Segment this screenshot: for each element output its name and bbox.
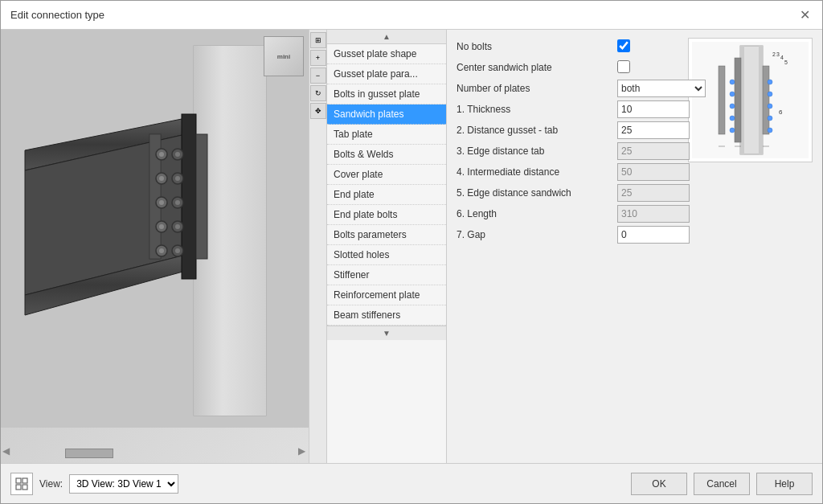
scroll-left-button[interactable]: ◀	[2, 445, 10, 457]
preview-diagram: 2 3 4 5 6	[692, 42, 809, 158]
svg-rect-33	[759, 46, 763, 154]
nav-item-stiffener[interactable]: Stiffener	[327, 265, 446, 285]
ok-button[interactable]: OK	[631, 473, 687, 495]
label-edge-distance-sandwich: 5. Edge distance sandwich	[457, 187, 617, 199]
navigation-panel: ▲ Gusset plate shapeGusset plate para...…	[326, 30, 447, 463]
nav-item-end-plate-bolts[interactable]: End plate bolts	[327, 205, 446, 225]
nav-item-beam-stiffeners[interactable]: Beam stiffeners	[327, 305, 446, 326]
label-length: 6. Length	[457, 208, 617, 219]
form-row-edge-distance-tab: 3. Edge distance tab	[457, 142, 674, 160]
svg-point-50	[768, 80, 772, 84]
nav-item-bolts-parameters[interactable]: Bolts parameters	[327, 225, 446, 245]
3d-viewport[interactable]: mini ⊞ + − ↻ ✥ ◀ ▶	[1, 30, 326, 463]
svg-point-47	[730, 104, 735, 109]
nav-item-end-plate[interactable]: End plate	[327, 185, 446, 205]
help-button[interactable]: Help	[756, 473, 813, 495]
svg-rect-58	[23, 485, 27, 490]
nav-scroll-down-button[interactable]: ▼	[327, 326, 446, 340]
input-thickness[interactable]	[617, 100, 690, 118]
horizontal-scrollbar[interactable]	[65, 449, 113, 458]
pan-button[interactable]: ✥	[310, 103, 326, 119]
svg-point-53	[768, 116, 772, 121]
label-thickness: 1. Thickness	[457, 104, 617, 115]
label-intermediate-distance: 4. Intermediate distance	[457, 166, 617, 178]
grid-icon-button[interactable]	[10, 473, 33, 495]
label-edge-distance-tab: 3. Edge distance tab	[457, 145, 617, 157]
svg-text:3: 3	[776, 51, 780, 57]
svg-point-17	[159, 224, 164, 229]
input-distance-gusset-tab[interactable]	[617, 121, 690, 139]
nav-item-cover-plate[interactable]: Cover plate	[327, 165, 446, 185]
scroll-right-button[interactable]: ▶	[298, 445, 305, 457]
svg-point-29	[175, 248, 180, 253]
svg-text:4: 4	[780, 55, 784, 60]
svg-point-25	[175, 200, 180, 205]
preview-image: 2 3 4 5 6	[688, 38, 813, 162]
nav-item-sandwich-plates[interactable]: Sandwich plates	[327, 104, 446, 125]
select-number-of-plates[interactable]: bothleftrightnone	[617, 80, 706, 97]
nav-item-bolts-welds[interactable]: Bolts & Welds	[327, 145, 446, 165]
svg-rect-55	[16, 478, 21, 483]
svg-point-11	[159, 152, 164, 157]
svg-rect-35	[719, 66, 725, 134]
nav-item-bolts-in-gusset-plate[interactable]: Bolts in gusset plate	[327, 84, 446, 104]
svg-rect-57	[16, 485, 21, 490]
form-row-number-of-plates: Number of platesbothleftrightnone	[457, 80, 674, 97]
svg-rect-36	[763, 66, 769, 134]
svg-point-51	[768, 92, 772, 96]
bottom-left: View: 3D View: 3D View 1Front ViewSide V…	[10, 473, 178, 495]
bottom-bar: View: 3D View: 3D View 1Front ViewSide V…	[1, 463, 822, 503]
zoom-out-button[interactable]: −	[310, 68, 326, 84]
form-row-no-bolts: No bolts	[457, 38, 674, 55]
viewport-panel: mini ⊞ + − ↻ ✥ ◀ ▶	[1, 30, 326, 463]
form-row-center-sandwich-plate: Center sandwich plate	[457, 59, 674, 76]
zoom-fit-button[interactable]: ⊞	[310, 32, 326, 48]
checkbox-center-sandwich-plate[interactable]	[617, 60, 630, 73]
nav-item-tab-plate[interactable]: Tab plate	[327, 125, 446, 145]
form-row-intermediate-distance: 4. Intermediate distance	[457, 163, 674, 181]
form-row-gap: 7. Gap	[457, 226, 813, 244]
rotate-button[interactable]: ↻	[310, 85, 326, 101]
close-button[interactable]: ✕	[796, 7, 813, 23]
input-gap[interactable]	[617, 226, 690, 244]
label-center-sandwich-plate: Center sandwich plate	[457, 62, 617, 73]
dialog-title: Edit connection type	[10, 9, 104, 21]
svg-rect-34	[735, 58, 741, 142]
checkbox-no-bolts[interactable]	[617, 39, 630, 52]
svg-point-46	[730, 92, 735, 96]
svg-point-49	[730, 128, 735, 133]
svg-point-52	[768, 104, 772, 109]
svg-rect-56	[23, 478, 27, 483]
cancel-button[interactable]: Cancel	[694, 473, 750, 495]
svg-rect-9	[196, 134, 207, 259]
input-length[interactable]	[617, 205, 690, 223]
svg-text:2: 2	[772, 51, 776, 57]
3d-model-svg	[1, 30, 310, 428]
svg-point-15	[159, 200, 164, 205]
view-cube[interactable]: mini	[264, 36, 304, 76]
label-number-of-plates: Number of plates	[457, 83, 617, 94]
nav-item-reinforcement-plate[interactable]: Reinforcement plate	[327, 285, 446, 305]
input-edge-distance-sandwich[interactable]	[617, 184, 690, 202]
svg-point-48	[730, 116, 735, 121]
form-row-length: 6. Length	[457, 205, 813, 223]
svg-text:5: 5	[784, 59, 788, 65]
svg-point-27	[175, 224, 180, 229]
nav-item-gusset-plate-para[interactable]: Gusset plate para...	[327, 64, 446, 84]
label-gap: 7. Gap	[457, 229, 617, 240]
nav-scroll-up-button[interactable]: ▲	[327, 30, 446, 44]
nav-item-gusset-plate-shape[interactable]: Gusset plate shape	[327, 44, 446, 64]
form-row-distance-gusset-tab: 2. Distance gusset - tab	[457, 121, 674, 139]
input-edge-distance-tab[interactable]	[617, 142, 690, 160]
label-distance-gusset-tab: 2. Distance gusset - tab	[457, 125, 617, 136]
zoom-in-button[interactable]: +	[310, 50, 326, 66]
svg-point-45	[730, 80, 735, 84]
form-panel: 2 3 4 5 6	[447, 30, 822, 463]
svg-text:6: 6	[779, 109, 783, 116]
main-content: mini ⊞ + − ↻ ✥ ◀ ▶ ▲ Gusset plate shapeG…	[1, 30, 822, 463]
grid-icon	[15, 477, 28, 490]
view-label: View:	[39, 478, 63, 490]
view-select[interactable]: 3D View: 3D View 1Front ViewSide View	[69, 474, 178, 494]
input-intermediate-distance[interactable]	[617, 163, 690, 181]
nav-item-slotted-holes[interactable]: Slotted holes	[327, 245, 446, 265]
